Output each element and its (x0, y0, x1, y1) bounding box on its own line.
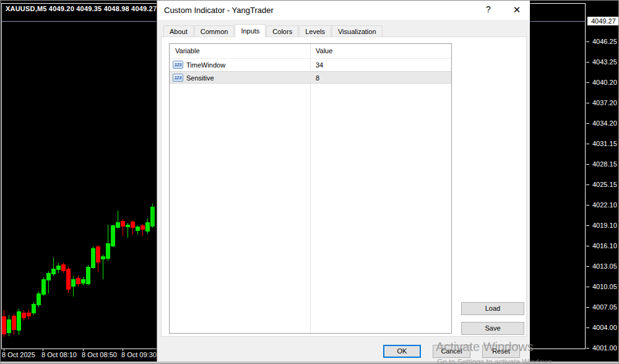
candle-body (56, 266, 61, 270)
candle-body (86, 267, 90, 284)
price-axis-label: 4013.05 (592, 262, 617, 270)
mt4-window: XAUUSD,M5 4049.20 4049.35 4048.98 4049.2… (0, 0, 619, 364)
candle-body (76, 278, 80, 284)
price-axis-label: 4010.05 (592, 283, 617, 290)
price-axis-label: 4007.05 (592, 303, 617, 311)
parameter-name: Sensitive (186, 74, 214, 82)
price-tick (586, 348, 589, 349)
current-price-tag: 4049.27 (587, 17, 618, 25)
price-tick (586, 327, 589, 328)
candle-body (12, 316, 16, 330)
numeric-parameter-icon: 123 (173, 61, 183, 69)
candle-body (61, 264, 66, 271)
candle-body (131, 222, 135, 228)
price-axis-label: 4004.00 (592, 324, 617, 331)
tab-levels[interactable]: Levels (299, 25, 331, 37)
help-button[interactable]: ? (482, 4, 495, 14)
price-axis-label: 4046.25 (592, 38, 617, 45)
price-axis-label: 4022.10 (592, 201, 617, 209)
time-axis-label: 8 Oct 08:50 (82, 351, 117, 358)
tab-common[interactable]: Common (194, 25, 235, 37)
load-button[interactable]: Load (461, 302, 524, 315)
save-button[interactable]: Save (461, 322, 524, 335)
price-tick (586, 164, 589, 165)
dialog-title: Custom Indicator - YangTrader (164, 6, 274, 15)
tab-visualization[interactable]: Visualization (332, 25, 383, 37)
price-axis-label: 4034.20 (592, 119, 617, 127)
price-tick (586, 205, 589, 206)
table-column-divider (310, 44, 311, 333)
window-bottom-frame (1, 362, 619, 364)
candle-body (71, 279, 76, 287)
parameter-name: TimeWindow (186, 61, 225, 69)
table-row[interactable]: 123Sensitive8 (170, 71, 451, 84)
candle-body (7, 319, 11, 333)
candle-body (17, 311, 21, 331)
candle-body (2, 316, 6, 334)
price-axis-label: 4028.15 (592, 160, 617, 168)
parameter-value[interactable]: 8 (316, 74, 319, 82)
ok-button[interactable]: OK (383, 345, 421, 358)
numeric-parameter-icon: 123 (173, 74, 183, 82)
candle-body (111, 225, 115, 246)
reset-button[interactable]: Reset (482, 345, 520, 358)
time-axis-label: 8 Oct 08:10 (41, 351, 77, 358)
price-axis-label: 4043.25 (592, 58, 617, 66)
close-button[interactable]: ✕ (510, 4, 524, 15)
candle-body (150, 207, 155, 227)
price-axis-label: 4016.10 (592, 242, 617, 249)
price-tick (586, 144, 589, 144)
candle-body (136, 227, 140, 231)
price-tick (586, 123, 589, 124)
price-tick (586, 307, 589, 308)
price-tick (586, 266, 589, 267)
price-axis-label: 4025.15 (592, 181, 617, 188)
candle-body (116, 222, 120, 228)
price-tick (586, 41, 589, 42)
candle-body (32, 304, 36, 313)
column-header-value: Value (316, 47, 332, 54)
table-rows: 123TimeWindow34123Sensitive8 (170, 59, 451, 84)
candle-body (126, 225, 130, 227)
dialog-titlebar[interactable]: Custom Indicator - YangTrader ? ✕ (157, 1, 530, 20)
inputs-tab-page: Variable Value 123TimeWindow34123Sensiti… (161, 37, 527, 337)
price-axis-label: 4019.10 (592, 222, 617, 229)
price-tick (586, 225, 589, 226)
candle-body (41, 279, 46, 295)
tab-inputs[interactable]: Inputs (235, 24, 266, 37)
price-axis-label: 4001.00 (592, 344, 617, 352)
time-axis-label: 8 Oct 09:30 (121, 351, 157, 358)
dialog-tab-bar: AboutCommonInputsColorsLevelsVisualizati… (163, 25, 383, 37)
candle-body (81, 279, 85, 284)
price-tick (586, 103, 589, 103)
candle-body (46, 273, 51, 280)
parameter-value[interactable]: 34 (316, 61, 323, 69)
price-axis-label: 4040.20 (592, 79, 617, 86)
price-tick (586, 82, 589, 83)
table-header: Variable Value (170, 44, 451, 59)
price-tick (586, 62, 589, 63)
cancel-button[interactable]: Cancel (433, 345, 470, 358)
parameters-table[interactable]: Variable Value 123TimeWindow34123Sensiti… (169, 43, 452, 334)
candle-body (66, 269, 71, 290)
candle-body (22, 313, 26, 318)
candle-body (145, 222, 150, 232)
candle-body (91, 248, 95, 268)
price-tick (586, 184, 589, 185)
tab-colors[interactable]: Colors (266, 25, 298, 37)
table-row[interactable]: 123TimeWindow34 (170, 59, 451, 71)
tab-about[interactable]: About (163, 25, 194, 37)
candle-body (96, 246, 100, 262)
candle-body (51, 269, 56, 274)
chart-ohlc-header: XAUUSD,M5 4049.20 4049.35 4048.98 4049.2… (6, 5, 157, 12)
candle-body (27, 313, 31, 316)
custom-indicator-dialog: Custom Indicator - YangTrader ? ✕ AboutC… (157, 1, 530, 363)
price-tick (586, 246, 589, 246)
price-axis-label: 4037.20 (592, 99, 617, 106)
candle-body (106, 243, 110, 259)
column-header-variable: Variable (175, 47, 200, 54)
candle-body (141, 225, 145, 230)
candle-body (101, 256, 105, 259)
candle-body (37, 293, 41, 305)
time-axis-label: 8 Oct 2025 (2, 351, 35, 358)
